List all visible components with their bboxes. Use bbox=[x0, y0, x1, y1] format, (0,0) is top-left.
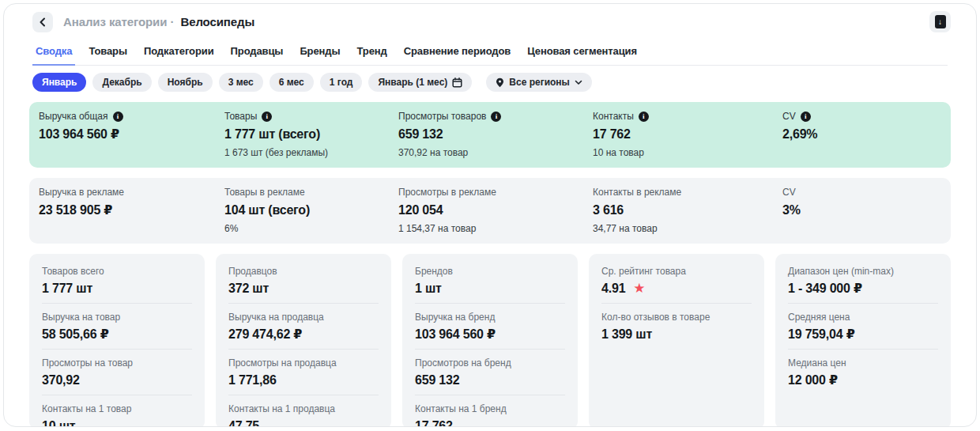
metric-ads-cv: CV 3% bbox=[782, 187, 951, 234]
stat-label: Медиана цен bbox=[788, 357, 938, 369]
info-icon[interactable]: i bbox=[113, 112, 123, 122]
metric-total-products: Товарыi 1 777 шт (всего) 1 673 шт (без р… bbox=[224, 111, 398, 158]
page-title: Анализ категории · Велосипеды bbox=[63, 15, 254, 28]
metric-value: 2,69% bbox=[782, 127, 951, 142]
metric-subvalue: 370,92 на товар bbox=[398, 147, 593, 158]
stat-value: 279 474,62 ₽ bbox=[228, 327, 379, 342]
stat-item: Ср. рейтинг товара 4.91 ★ bbox=[601, 266, 752, 296]
divider bbox=[228, 349, 379, 350]
stat-value: 370,92 bbox=[42, 372, 192, 388]
stat-value: 17 762 bbox=[415, 418, 565, 427]
category-analysis-page: Анализ категории · Велосипеды ↓ Сводка Т… bbox=[3, 3, 977, 427]
info-icon[interactable]: i bbox=[262, 112, 272, 122]
stat-value: 10 шт bbox=[42, 418, 192, 427]
stat-label: Контакты на 1 продавца bbox=[228, 403, 379, 414]
stat-item: Контакты на 1 товар 10 шт bbox=[42, 403, 192, 427]
tab-subcategories[interactable]: Подкатегории bbox=[141, 45, 217, 65]
info-icon[interactable]: i bbox=[639, 112, 649, 122]
metric-label: Выручка в рекламе bbox=[39, 187, 124, 198]
stat-item: Диапазон цен (min-max) 1 - 349 000 ₽ bbox=[788, 266, 938, 296]
stat-label: Просмотров на бренд bbox=[415, 357, 565, 369]
stat-value: 4.91 ★ bbox=[601, 281, 752, 296]
download-report-button[interactable]: ↓ bbox=[929, 11, 951, 32]
stat-item: Просмотры на товар 370,92 bbox=[42, 357, 192, 388]
divider bbox=[415, 395, 565, 395]
metric-label: CV bbox=[782, 187, 796, 198]
metric-subvalue: 1 673 шт (без рекламы) bbox=[224, 147, 398, 158]
tab-sellers[interactable]: Продавцы bbox=[228, 45, 287, 65]
stat-label: Просмотры на товар bbox=[42, 357, 192, 369]
divider bbox=[601, 303, 752, 304]
divider bbox=[415, 303, 565, 304]
metric-value: 17 762 bbox=[593, 127, 782, 142]
chip-all-regions[interactable]: Все регионы bbox=[486, 73, 592, 92]
metric-total-cv: CVi 2,69% bbox=[782, 111, 951, 158]
stat-label: Выручка на продавца bbox=[228, 312, 379, 323]
chip-6-months[interactable]: 6 мес bbox=[270, 73, 314, 92]
stat-value: 19 759,04 ₽ bbox=[788, 327, 938, 342]
info-icon[interactable]: i bbox=[491, 112, 501, 122]
stat-item: Кол-во отзывов в товаре 1 399 шт bbox=[601, 312, 752, 342]
file-download-icon: ↓ bbox=[935, 15, 946, 28]
metric-label: Товары bbox=[224, 111, 257, 122]
metric-label: Контакты в рекламе bbox=[593, 187, 681, 198]
divider bbox=[788, 349, 938, 350]
tab-summary[interactable]: Сводка bbox=[32, 45, 75, 66]
metric-subvalue: 34,77 на товар bbox=[593, 223, 782, 234]
metric-value: 104 шт (всего) bbox=[224, 202, 398, 217]
metric-subvalue: 10 на товар bbox=[593, 147, 782, 158]
chip-january[interactable]: Январь bbox=[32, 73, 86, 92]
stat-cards: Товаров всего 1 777 шт Выручка на товар … bbox=[29, 254, 951, 427]
info-icon[interactable]: i bbox=[801, 112, 811, 122]
stat-label: Продавцов bbox=[228, 266, 379, 277]
chip-november[interactable]: Ноябрь bbox=[158, 73, 213, 92]
stat-value: 1 шт bbox=[415, 281, 565, 296]
card-sellers: Продавцов 372 шт Выручка на продавца 279… bbox=[216, 254, 391, 427]
metric-subvalue: 6% bbox=[224, 223, 398, 234]
metric-ads-contacts: Контакты в рекламе 3 616 34,77 на товар bbox=[593, 187, 782, 234]
metric-value: 23 518 905 ₽ bbox=[39, 202, 224, 217]
tab-period-comparison[interactable]: Сравнение периодов bbox=[401, 45, 514, 65]
card-prices: Диапазон цен (min-max) 1 - 349 000 ₽ Сре… bbox=[775, 254, 951, 427]
card-rating: Ср. рейтинг товара 4.91 ★ Кол-во отзывов… bbox=[589, 254, 764, 427]
calendar-icon bbox=[452, 78, 462, 88]
stat-label: Контакты на 1 товар bbox=[42, 403, 192, 414]
stat-item: Средняя цена 19 759,04 ₽ bbox=[788, 312, 938, 342]
stat-item: Контакты на 1 продавца 47,75 bbox=[228, 403, 379, 427]
stat-item: Контакты на 1 бренд 17 762 bbox=[415, 403, 565, 427]
stat-item: Продавцов 372 шт bbox=[228, 266, 379, 296]
tab-trend[interactable]: Тренд bbox=[354, 45, 390, 65]
summary-row-ads: Выручка в рекламе 23 518 905 ₽ Товары в … bbox=[29, 178, 951, 244]
card-brands: Брендов 1 шт Выручка на бренд 103 964 56… bbox=[402, 254, 578, 427]
metric-value: 103 964 560 ₽ bbox=[39, 127, 224, 142]
stat-value: 1 771,86 bbox=[228, 372, 379, 388]
chip-1-year[interactable]: 1 год bbox=[320, 73, 363, 92]
stat-label: Товаров всего bbox=[42, 266, 192, 277]
metric-value: 1 777 шт (всего) bbox=[224, 127, 398, 142]
stat-item: Просмотры на продавца 1 771,86 bbox=[228, 357, 379, 388]
chip-3-months[interactable]: 3 мес bbox=[219, 73, 263, 92]
metric-label: Просмотры в рекламе bbox=[398, 187, 496, 198]
chip-december[interactable]: Декабрь bbox=[92, 73, 151, 92]
stat-value: 1 777 шт bbox=[42, 281, 192, 296]
chip-custom-period-label: Январь (1 мес) bbox=[378, 77, 447, 88]
chip-custom-period[interactable]: Январь (1 мес) bbox=[368, 73, 472, 92]
stat-value: 1 - 349 000 ₽ bbox=[788, 281, 938, 296]
divider bbox=[415, 349, 565, 350]
page-header: Анализ категории · Велосипеды ↓ bbox=[4, 4, 976, 32]
stat-value: 58 505,66 ₽ bbox=[42, 327, 192, 342]
stat-label: Выручка на товар bbox=[42, 312, 192, 323]
stat-label: Ср. рейтинг товара bbox=[601, 266, 752, 277]
stat-label: Средняя цена bbox=[788, 312, 938, 323]
stat-item: Медиана цен 12 000 ₽ bbox=[788, 357, 938, 388]
back-button[interactable] bbox=[32, 12, 53, 32]
stat-item: Выручка на продавца 279 474,62 ₽ bbox=[228, 312, 379, 342]
divider bbox=[228, 303, 379, 304]
tab-brands[interactable]: Бренды bbox=[296, 45, 343, 65]
stat-item: Брендов 1 шт bbox=[415, 266, 565, 296]
tab-products[interactable]: Товары bbox=[85, 45, 130, 65]
stat-label: Выручка на бренд bbox=[415, 312, 565, 323]
metric-ads-products: Товары в рекламе 104 шт (всего) 6% bbox=[224, 187, 398, 234]
stat-label: Контакты на 1 бренд bbox=[415, 403, 565, 414]
tab-price-segmentation[interactable]: Ценовая сегментация bbox=[524, 45, 640, 65]
